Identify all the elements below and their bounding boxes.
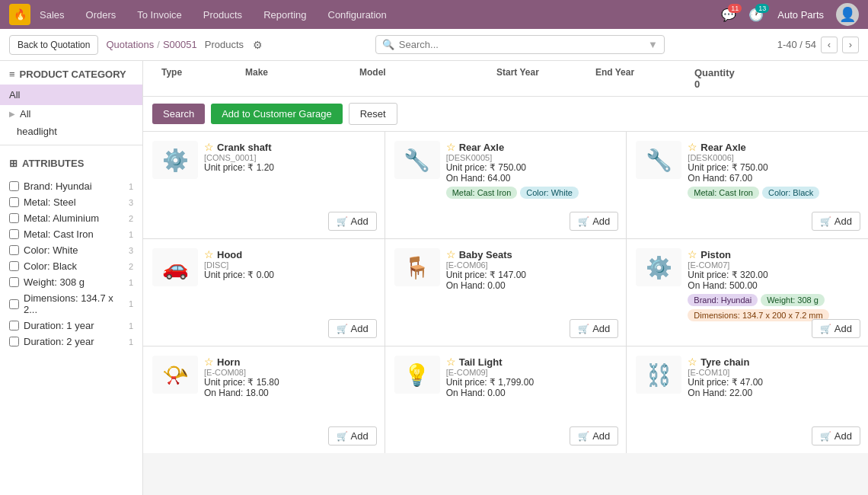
reset-button[interactable]: Reset — [349, 103, 397, 125]
attribute-count: 2 — [129, 262, 133, 271]
attribute-checkbox[interactable] — [9, 197, 19, 207]
product-name-row: ☆ Tyre chain — [688, 356, 859, 368]
nav-sales[interactable]: Sales — [35, 0, 69, 29]
attribute-row: Duration: 1 year1 — [9, 318, 133, 334]
chat-icon-btn[interactable]: 💬 11 — [721, 8, 736, 22]
qty-value: 0 — [694, 78, 700, 90]
back-to-quotation-button[interactable]: Back to Quotation — [9, 35, 98, 55]
company-name: Auto Parts — [777, 9, 824, 21]
attribute-checkbox[interactable] — [9, 245, 19, 255]
product-info: ☆ Hood [DISC] Unit price: ₹ 0.00 — [204, 248, 375, 280]
nav-products[interactable]: Products — [199, 0, 247, 29]
nav-to-invoice[interactable]: To Invoice — [132, 0, 187, 29]
favorite-icon[interactable]: ☆ — [204, 356, 214, 368]
add-to-cart-button[interactable]: 🛒 Add — [812, 212, 860, 231]
search-button[interactable]: Search — [152, 104, 205, 124]
attribute-checkbox[interactable] — [9, 321, 19, 331]
sidebar-item-all-selected[interactable]: All — [0, 85, 142, 105]
add-btn-label: Add — [592, 430, 610, 442]
search-icon: 🔍 — [382, 39, 394, 50]
product-tag[interactable]: Metal: Cast Iron — [446, 187, 518, 199]
add-btn-label: Add — [351, 323, 369, 334]
add-to-cart-button[interactable]: 🛒 Add — [812, 319, 860, 338]
product-info: ☆ Horn [E-COM08] Unit price: ₹ 15.80 On … — [204, 356, 375, 398]
add-to-cart-button[interactable]: 🛒 Add — [328, 319, 377, 338]
product-tag[interactable]: Color: White — [520, 187, 579, 199]
attribute-label: Metal: Steel — [24, 196, 76, 208]
product-name: Tail Light — [459, 356, 503, 368]
product-card-header: 💡 ☆ Tail Light [E-COM09] Unit price: ₹ 1… — [394, 356, 617, 398]
pagination-prev[interactable]: ‹ — [821, 37, 838, 53]
product-tag[interactable]: Dimensions: 134.7 x 200 x 7.2 mm — [688, 309, 828, 321]
sidebar-item-headlight[interactable]: headlight — [0, 123, 142, 140]
nav-reporting[interactable]: Reporting — [259, 0, 311, 29]
cart-icon: 🛒 — [578, 216, 589, 227]
attribute-checkbox[interactable] — [9, 261, 19, 271]
product-price: Unit price: ₹ 0.00 — [204, 270, 375, 280]
product-tags: Brand: HyundaiWeight: 308 gDimensions: 1… — [688, 294, 859, 321]
cart-icon: 🛒 — [820, 324, 831, 334]
grid-icon: ⊞ — [9, 158, 18, 169]
favorite-icon[interactable]: ☆ — [446, 141, 456, 153]
avatar[interactable]: 👤 — [836, 3, 859, 26]
attribute-count: 1 — [129, 337, 133, 346]
product-image: 🪑 — [394, 248, 440, 286]
favorite-icon[interactable]: ☆ — [204, 248, 214, 260]
product-name: Tyre chain — [700, 356, 749, 368]
attribute-label: Dimensions: 134.7 x 2... — [24, 292, 124, 315]
attribute-label: Weight: 308 g — [24, 276, 85, 288]
add-to-cart-button[interactable]: 🛒 Add — [328, 426, 377, 446]
attribute-checkbox[interactable] — [9, 181, 19, 191]
app-logo[interactable]: 🔥 Sales — [9, 0, 69, 29]
favorite-icon[interactable]: ☆ — [446, 248, 456, 260]
nav-configuration[interactable]: Configuration — [324, 0, 391, 29]
attribute-checkbox[interactable] — [9, 299, 19, 309]
add-to-cart-button[interactable]: 🛒 Add — [570, 319, 618, 338]
favorite-icon[interactable]: ☆ — [688, 356, 697, 368]
product-tag[interactable]: Metal: Cast Iron — [688, 187, 759, 199]
attribute-count: 3 — [129, 198, 133, 207]
product-onhand: On Hand: 22.00 — [688, 388, 859, 398]
product-image: 🚗 — [152, 248, 198, 286]
product-card: 🪑 ☆ Baby Seats [E-COM06] Unit price: ₹ 1… — [385, 239, 627, 346]
product-tag[interactable]: Color: Black — [762, 187, 819, 199]
add-to-cart-button[interactable]: 🛒 Add — [570, 212, 618, 231]
add-to-cart-button[interactable]: 🛒 Add — [812, 426, 860, 446]
attribute-row: Color: Black2 — [9, 258, 133, 274]
add-btn-label: Add — [834, 323, 852, 334]
attribute-checkbox[interactable] — [9, 277, 19, 287]
nav-orders[interactable]: Orders — [81, 0, 121, 29]
pagination-next[interactable]: › — [842, 37, 859, 53]
product-name-row: ☆ Horn — [204, 356, 375, 368]
product-info: ☆ Crank shaft [CONS_0001] Unit price: ₹ … — [204, 141, 375, 173]
product-tag[interactable]: Brand: Hyundai — [688, 294, 758, 306]
product-code: [E-COM10] — [688, 368, 859, 377]
search-input-wrap: 🔍 ▼ — [375, 35, 665, 54]
attribute-checkbox[interactable] — [9, 337, 19, 346]
product-tag[interactable]: Weight: 308 g — [761, 294, 825, 306]
settings-gear-icon[interactable]: ⚙ — [253, 39, 263, 51]
breadcrumb-order[interactable]: S00051 — [163, 39, 197, 50]
favorite-icon[interactable]: ☆ — [446, 356, 456, 368]
product-category-header: ≡ PRODUCT CATEGORY — [0, 61, 142, 85]
attribute-count: 1 — [129, 321, 133, 331]
attribute-checkbox[interactable] — [9, 229, 19, 239]
search-dropdown-icon[interactable]: ▼ — [648, 39, 658, 50]
attribute-row: Metal: Steel3 — [9, 194, 133, 210]
clock-icon-btn[interactable]: 🕐 13 — [748, 8, 764, 22]
search-bar: 🔍 ▼ — [270, 35, 770, 54]
attribute-count: 2 — [129, 214, 133, 223]
search-input[interactable] — [399, 39, 648, 50]
filter-col-start: Start Year — [487, 61, 586, 96]
product-card: 🔧 ☆ Rear Axle [DESK0005] Unit price: ₹ 7… — [385, 132, 627, 238]
favorite-icon[interactable]: ☆ — [688, 248, 697, 260]
sidebar-item-all[interactable]: ▶ All — [0, 105, 142, 123]
breadcrumb-quotations[interactable]: Quotations — [106, 39, 154, 50]
attribute-checkbox[interactable] — [9, 213, 19, 223]
add-to-garage-button[interactable]: Add to Customer Garage — [211, 104, 343, 124]
favorite-icon[interactable]: ☆ — [688, 141, 697, 153]
add-to-cart-button[interactable]: 🛒 Add — [328, 212, 377, 231]
favorite-icon[interactable]: ☆ — [204, 141, 214, 153]
attribute-row: Duration: 2 year1 — [9, 334, 133, 350]
add-to-cart-button[interactable]: 🛒 Add — [570, 426, 618, 446]
